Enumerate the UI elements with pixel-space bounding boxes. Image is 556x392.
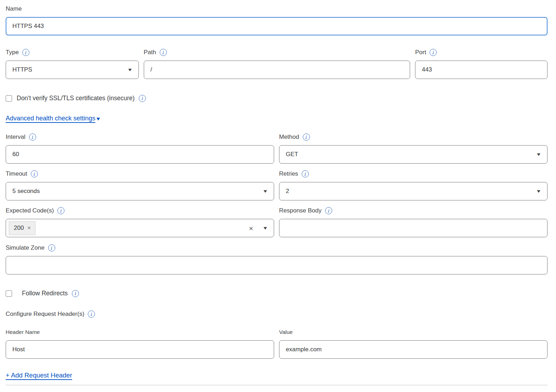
response-body-label: Response Body i xyxy=(279,207,548,215)
request-header-row: Header Name Value xyxy=(6,328,548,359)
info-icon[interactable]: i xyxy=(29,133,36,141)
ssl-verify-checkbox-row: Don't verify SSL/TLS certificates (insec… xyxy=(6,95,548,102)
response-body-field: Response Body i xyxy=(279,207,548,237)
chevron-down-icon: ▼ xyxy=(262,189,268,194)
interval-field: Interval i xyxy=(6,133,274,164)
expected-codes-label-text: Expected Code(s) xyxy=(6,207,54,215)
simulate-zone-label-text: Simulate Zone xyxy=(6,244,45,252)
interval-label-text: Interval xyxy=(6,133,25,141)
header-value-field: Value xyxy=(279,328,548,359)
simulate-zone-field: Simulate Zone i xyxy=(6,244,548,274)
retries-label-text: Retries xyxy=(279,170,298,178)
header-name-input[interactable] xyxy=(6,340,274,359)
health-check-form: Name Type i HTTPS ▼ Path i Port i xyxy=(6,5,548,385)
follow-redirects-label[interactable]: Follow Redirects xyxy=(22,290,68,297)
type-select[interactable]: HTTPS ▼ xyxy=(6,61,139,79)
method-select-value: GET xyxy=(286,151,534,158)
header-name-field: Header Name xyxy=(6,328,274,359)
clear-all-icon[interactable]: × xyxy=(249,225,253,232)
info-icon[interactable]: i xyxy=(22,49,29,56)
follow-redirects-checkbox[interactable] xyxy=(6,290,12,297)
interval-label: Interval i xyxy=(6,133,274,141)
path-label: Path i xyxy=(144,49,410,56)
configure-request-headers-label-text: Configure Request Header(s) xyxy=(6,310,84,318)
divider xyxy=(6,385,548,385)
name-label: Name xyxy=(6,5,548,13)
type-field: Type i HTTPS ▼ xyxy=(6,49,139,79)
info-icon[interactable]: i xyxy=(88,311,95,318)
retries-label: Retries i xyxy=(279,170,548,178)
expected-code-tag-label: 200 xyxy=(14,225,24,232)
path-input[interactable] xyxy=(144,61,410,79)
timeout-label: Timeout i xyxy=(6,170,274,178)
remove-tag-icon[interactable]: × xyxy=(27,225,30,231)
retries-select[interactable]: 2 ▼ xyxy=(279,182,548,200)
timeout-select-value: 5 seconds xyxy=(12,188,260,195)
interval-input[interactable] xyxy=(6,145,274,164)
header-value-input[interactable] xyxy=(279,340,548,359)
retries-select-value: 2 xyxy=(286,188,534,195)
info-icon[interactable]: i xyxy=(57,207,64,214)
response-body-label-text: Response Body xyxy=(279,207,322,215)
method-select[interactable]: GET ▼ xyxy=(279,145,548,164)
response-body-input[interactable] xyxy=(279,219,548,237)
method-label: Method i xyxy=(279,133,548,141)
method-field: Method i GET ▼ xyxy=(279,133,548,164)
info-icon[interactable]: i xyxy=(325,207,332,214)
chevron-down-icon: ▼ xyxy=(262,226,268,231)
port-input[interactable] xyxy=(415,61,548,79)
name-label-text: Name xyxy=(6,5,22,13)
expected-codes-multiselect[interactable]: 200 × × ▼ xyxy=(6,219,274,237)
type-select-value: HTTPS xyxy=(12,66,125,73)
chevron-down-icon: ▼ xyxy=(536,189,541,194)
expected-code-tag: 200 × xyxy=(9,221,35,235)
info-icon[interactable]: i xyxy=(48,244,55,251)
expected-codes-field: Expected Code(s) i 200 × × ▼ xyxy=(6,207,274,237)
info-icon[interactable]: i xyxy=(430,49,437,56)
timeout-label-text: Timeout xyxy=(6,170,27,178)
info-icon[interactable]: i xyxy=(31,170,38,177)
path-field: Path i xyxy=(144,49,410,79)
follow-redirects-row: Follow Redirects i xyxy=(6,290,548,297)
port-label: Port i xyxy=(415,49,548,56)
timeout-select[interactable]: 5 seconds ▼ xyxy=(6,182,274,200)
info-icon[interactable]: i xyxy=(160,49,167,56)
simulate-zone-input[interactable] xyxy=(6,256,548,274)
add-request-header-link[interactable]: + Add Request Header xyxy=(6,371,72,379)
header-value-label-text: Value xyxy=(279,328,293,336)
caret-down-icon[interactable]: ▼ xyxy=(95,116,101,121)
chevron-down-icon: ▼ xyxy=(127,67,133,72)
info-icon[interactable]: i xyxy=(72,290,79,297)
method-label-text: Method xyxy=(279,133,299,141)
advanced-settings-link[interactable]: Advanced health check settings xyxy=(6,115,95,122)
port-field: Port i xyxy=(415,49,548,79)
ssl-verify-checkbox-label[interactable]: Don't verify SSL/TLS certificates (insec… xyxy=(17,95,135,102)
type-label: Type i xyxy=(6,49,139,56)
ssl-verify-checkbox[interactable] xyxy=(6,95,12,102)
retries-field: Retries i 2 ▼ xyxy=(279,170,548,200)
simulate-zone-label: Simulate Zone i xyxy=(6,244,548,252)
header-name-label-text: Header Name xyxy=(6,328,40,336)
type-label-text: Type xyxy=(6,49,19,56)
port-label-text: Port xyxy=(415,49,426,56)
path-label-text: Path xyxy=(144,49,156,56)
header-value-label: Value xyxy=(279,328,548,336)
info-icon[interactable]: i xyxy=(139,95,146,102)
chevron-down-icon: ▼ xyxy=(536,152,541,157)
info-icon[interactable]: i xyxy=(302,170,309,177)
header-name-label: Header Name xyxy=(6,328,274,336)
configure-request-headers-label: Configure Request Header(s) i xyxy=(6,310,548,318)
name-input[interactable] xyxy=(6,17,548,35)
timeout-field: Timeout i 5 seconds ▼ xyxy=(6,170,274,200)
info-icon[interactable]: i xyxy=(303,133,310,141)
expected-codes-label: Expected Code(s) i xyxy=(6,207,274,215)
